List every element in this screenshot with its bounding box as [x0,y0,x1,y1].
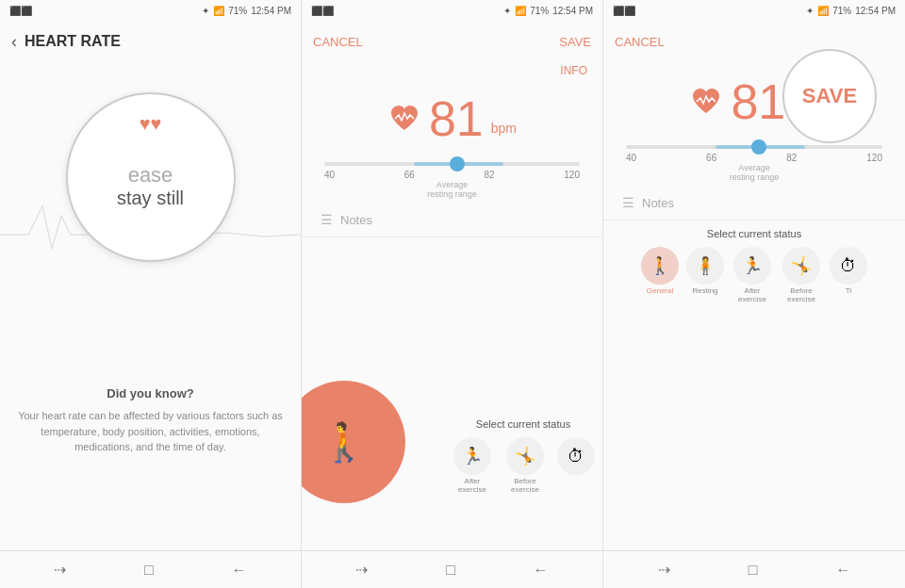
back-button-1[interactable]: ‹ [11,32,17,52]
activity-ti-3[interactable]: ⏱ Ti [830,247,867,303]
time-label-3: 12:54 PM [855,6,896,16]
general-label-3: General [647,286,673,295]
status-bar-left-2: ⬛⬛ [311,6,334,16]
wifi-icon-3: 📶 [817,6,829,16]
top-bar-2: CANCEL SAVE [302,21,602,62]
status-bar-2: ⬛⬛ ✦ 📶 71% 12:54 PM [302,0,602,21]
nav-bar-3: ⇢ □ ← [603,550,905,588]
notes-row-3: ☰ Notes [603,186,905,220]
heart-icon-top: ♥♥ [140,113,162,135]
nav-menu-icon-2[interactable]: ⇢ [355,561,368,579]
bluetooth-icon: ✦ [202,6,209,16]
range-area-3: 40 66 82 120 Averageresting range [603,134,905,186]
status-bar-3: ⬛⬛ ✦ 📶 71% 12:54 PM [603,0,905,21]
nav-back-icon-3[interactable]: ← [835,562,850,579]
large-activity-icon-2: 🚶 [321,420,368,465]
range-max-2: 120 [564,170,580,180]
status-bar-left-1: ⬛⬛ [9,6,32,16]
select-status-label-2: Select current status [452,418,595,430]
did-you-know-section: Did you know? Your heart rate can be aff… [0,291,301,550]
nav-back-icon-1[interactable]: ← [232,562,247,579]
top-bar-3: CANCEL SAVE [603,21,905,62]
status-bar-1: ⬛⬛ ✦ 📶 71% 12:54 PM [0,0,301,21]
status-bar-right-2: ✦ 📶 71% 12:54 PM [503,6,593,16]
save-circle-label: SAVE [802,84,857,108]
range-labels-3: 40 66 82 120 [626,153,882,163]
top-bar-1: ‹ HEART RATE [0,21,301,62]
after-exercise-icon-3: 🏃 [733,247,771,285]
range-mid1-2: 66 [404,170,415,180]
ti-label-3: Ti [846,286,851,295]
bluetooth-icon-3: ✦ [806,6,814,16]
range-thumb-3[interactable] [751,139,766,155]
info-link-2[interactable]: INFO [302,62,602,79]
panel-3: ⬛⬛ ✦ 📶 71% 12:54 PM CANCEL SAVE 81 bpm [603,0,905,588]
partial-activity-2: Select current status 🏃 After exercise 🤸… [452,418,602,494]
after-exercise-label-3: After exercise [732,286,773,303]
battery-label-3: 71% [832,6,851,16]
nav-home-icon-1[interactable]: □ [144,562,154,579]
cancel-button-3[interactable]: CANCEL [615,35,665,49]
save-circle-button[interactable]: SAVE [782,49,877,143]
did-you-know-title: Did you know? [107,386,193,400]
after-exercise-icon-2: 🏃 [453,437,491,475]
before-exercise-icon-2: 🤸 [506,437,544,475]
range-sublabel-3: Averageresting range [626,163,882,182]
notes-label-3: Notes [642,196,674,210]
range-mid2-2: 82 [485,170,495,180]
time-label-1: 12:54 PM [251,6,291,16]
status-bar-right-1: ✦ 📶 71% 12:54 PM [202,6,291,16]
activity-before-exercise-2[interactable]: 🤸 Before exercise [504,437,546,494]
nav-menu-icon-3[interactable]: ⇢ [658,561,670,579]
activity-before-exercise-3[interactable]: 🤸 Before exercise [781,247,822,303]
activity-ti-2[interactable]: ⏱ [557,437,595,494]
ti-icon-2: ⏱ [557,437,595,475]
resting-icon-3: 🧍 [686,247,724,285]
range-mid1-3: 66 [706,153,716,163]
panel1-main-content: ♥♥ ease stay still [0,62,301,291]
panel-1: ⬛⬛ ✦ 📶 71% 12:54 PM ‹ HEART RATE ♥♥ ease… [0,0,302,588]
status-bar-left-3: ⬛⬛ [613,6,635,16]
range-track-2 [324,162,580,166]
cancel-button-2[interactable]: CANCEL [313,35,363,49]
activity-icons-row-3: 🚶 General 🧍 Resting 🏃 After exercise 🤸 B… [603,247,905,303]
panel-2: ⬛⬛ ✦ 📶 71% 12:54 PM CANCEL SAVE INFO 81 … [302,0,603,588]
activity-after-exercise-3[interactable]: 🏃 After exercise [732,247,773,303]
range-labels-2: 40 66 82 120 [324,170,580,180]
nav-back-icon-2[interactable]: ← [534,562,549,579]
notes-icon-2: ☰ [321,212,333,227]
notes-icon-3: ☰ [622,195,634,210]
wifi-icon-2: 📶 [515,6,526,16]
nav-home-icon-3[interactable]: □ [749,562,758,579]
after-exercise-label-2: After exercise [452,477,493,494]
range-min-2: 40 [324,170,335,180]
wifi-icon: 📶 [213,6,224,16]
image-icon-3: ⬛⬛ [613,6,635,16]
activity-after-exercise-2[interactable]: 🏃 After exercise [452,437,493,494]
resting-label-3: Resting [692,286,717,295]
activity-icons-row-2: 🏃 After exercise 🤸 Before exercise ⏱ [452,437,595,494]
notes-row-2: ☰ Notes [302,203,602,237]
ease-text: ease [128,163,173,188]
heart-rate-unit-2: bpm [491,121,517,143]
large-activity-circle-2[interactable]: 🚶 [302,381,405,503]
range-area-2: 40 66 82 120 Averageresting range [302,151,602,203]
range-track-3 [626,145,882,149]
nav-menu-icon-1[interactable]: ⇢ [54,561,66,579]
range-mid2-3: 82 [786,153,797,163]
range-sublabel-2: Averageresting range [324,180,580,199]
save-button-2[interactable]: SAVE [559,35,591,49]
page-title-1: HEART RATE [25,33,121,50]
battery-label-2: 71% [530,6,549,16]
nav-home-icon-2[interactable]: □ [446,562,455,579]
bluetooth-icon-2: ✦ [503,6,511,16]
battery-label-1: 71% [228,6,247,16]
activity-general-3[interactable]: 🚶 General [641,247,679,303]
activity-resting-3[interactable]: 🧍 Resting [686,247,724,303]
before-exercise-label-2: Before exercise [504,477,546,494]
activity-section-3: Select current status 🚶 General 🧍 Restin… [603,220,905,550]
nav-bar-1: ⇢ □ ← [0,550,301,588]
heart-rate-display-2: 81 bpm [302,79,602,151]
range-thumb-2[interactable] [450,156,465,172]
image-icon-1: ⬛⬛ [9,6,32,16]
